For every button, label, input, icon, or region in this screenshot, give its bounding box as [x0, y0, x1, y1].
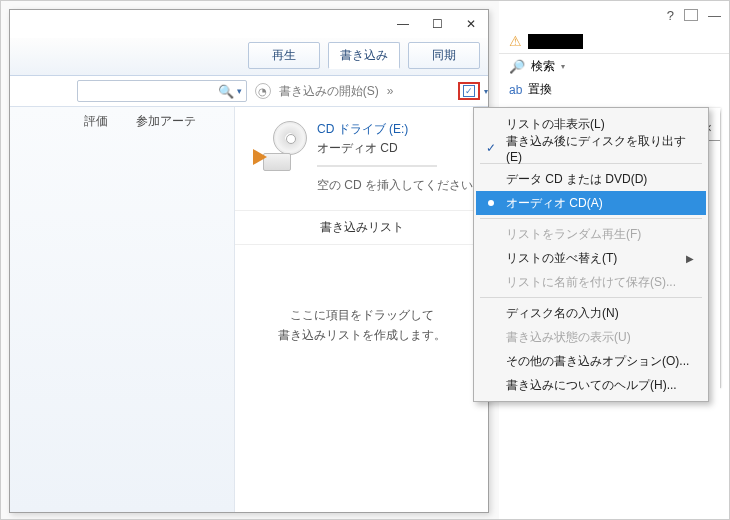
wmp-left-pane: 評価 参加アーテ	[10, 107, 235, 512]
replace-icon: ab	[509, 83, 522, 97]
bg-replace-row[interactable]: ab 置換	[499, 79, 729, 100]
drive-name[interactable]: CD ドライブ (E:)	[317, 121, 473, 138]
minimize-button[interactable]: —	[386, 13, 420, 35]
warning-icon: ⚠	[509, 33, 522, 49]
capacity-bar	[317, 165, 437, 167]
drop-hint: ここに項目をドラッグして 書き込みリストを作成します。	[235, 305, 488, 346]
drive-type: オーディオ CD	[317, 140, 473, 157]
menu-item-label: ディスク名の入力(N)	[506, 305, 619, 322]
options-checkbox-icon: ✓	[463, 85, 475, 97]
bg-window-box[interactable]	[684, 9, 698, 21]
menu-shuffle: リストをランダム再生(F)	[476, 222, 706, 246]
tab-play[interactable]: 再生	[248, 42, 320, 69]
drive-block: CD ドライブ (E:) オーディオ CD 空の CD を挿入してください	[235, 107, 488, 204]
list-columns: 評価 参加アーテ	[10, 107, 234, 136]
tab-sync[interactable]: 同期	[408, 42, 480, 69]
menu-disc-name[interactable]: ディスク名の入力(N)	[476, 301, 706, 325]
menu-data-cd[interactable]: データ CD または DVD(D)	[476, 167, 706, 191]
start-burn-label[interactable]: 書き込みの開始(S)	[279, 83, 379, 100]
bg-replace-label: 置換	[528, 81, 552, 98]
menu-sort[interactable]: リストの並べ替え(T) ▶	[476, 246, 706, 270]
menu-separator	[480, 297, 702, 298]
bg-alert-row: ⚠	[499, 29, 729, 53]
bg-minimize[interactable]: —	[708, 8, 721, 23]
menu-burn-status: 書き込み状態の表示(U)	[476, 325, 706, 349]
menu-save-as: リストに名前を付けて保存(S)...	[476, 270, 706, 294]
binoculars-icon: 🔎	[509, 59, 525, 74]
bg-titlebar: ? —	[499, 1, 729, 29]
menu-item-label: リストをランダム再生(F)	[506, 226, 641, 243]
menu-other-options[interactable]: その他の書き込みオプション(O)...	[476, 349, 706, 373]
menu-item-label: その他の書き込みオプション(O)...	[506, 353, 689, 370]
tab-burn[interactable]: 書き込み	[328, 42, 400, 69]
menu-item-label: オーディオ CD(A)	[506, 195, 603, 212]
search-dropdown-icon[interactable]: ▾	[234, 86, 242, 96]
drop-hint-line2: 書き込みリストを作成します。	[235, 325, 488, 345]
menu-help[interactable]: 書き込みについてのヘルプ(H)...	[476, 373, 706, 397]
col-artist[interactable]: 参加アーテ	[136, 113, 196, 130]
wmp-right-pane: CD ドライブ (E:) オーディオ CD 空の CD を挿入してください 書き…	[235, 107, 488, 512]
dropdown-caret-icon: ▾	[561, 62, 565, 71]
menu-item-label: 書き込みについてのヘルプ(H)...	[506, 377, 677, 394]
redacted-block	[528, 34, 583, 49]
insert-cd-hint: 空の CD を挿入してください	[317, 177, 473, 194]
media-player-window: — ☐ ✕ 再生 書き込み 同期 🔍 ▾ ◔ 書き込みの開始(S) » ✓ ▾ …	[9, 9, 489, 513]
maximize-button[interactable]: ☐	[420, 13, 454, 35]
search-icon: 🔍	[218, 84, 234, 99]
wmp-body: 評価 参加アーテ CD ドライブ (E:) オーディオ CD 空の CD を挿入…	[10, 107, 488, 512]
menu-item-label: リストの並べ替え(T)	[506, 250, 617, 267]
burn-list-title: 書き込みリスト	[235, 210, 488, 245]
cd-drive-icon	[253, 121, 307, 171]
menu-item-label: 書き込み後にディスクを取り出す(E)	[506, 133, 694, 164]
burn-options-menu: リストの非表示(L) ✓ 書き込み後にディスクを取り出す(E) データ CD ま…	[473, 107, 709, 402]
submenu-arrow-icon: ▶	[686, 253, 694, 264]
menu-item-label: リストに名前を付けて保存(S)...	[506, 274, 676, 291]
bg-search-label: 検索	[531, 58, 555, 75]
col-rating[interactable]: 評価	[84, 113, 108, 130]
drive-text-group: CD ドライブ (E:) オーディオ CD 空の CD を挿入してください	[317, 121, 473, 194]
menu-item-label: データ CD または DVD(D)	[506, 171, 647, 188]
wmp-toolbar: 🔍 ▾ ◔ 書き込みの開始(S) » ✓ ▾	[10, 76, 488, 107]
menu-separator	[480, 218, 702, 219]
options-dropdown-icon: ▾	[484, 87, 488, 96]
wmp-titlebar: — ☐ ✕	[10, 10, 488, 38]
start-burn-icon[interactable]: ◔	[255, 83, 271, 99]
burn-options-button[interactable]: ✓ ▾	[458, 82, 480, 100]
bg-search-row[interactable]: 🔎 検索 ▾	[499, 53, 729, 79]
menu-item-label: リストの非表示(L)	[506, 116, 605, 133]
menu-audio-cd[interactable]: オーディオ CD(A)	[476, 191, 706, 215]
help-icon[interactable]: ?	[667, 8, 674, 23]
radio-icon	[488, 200, 494, 206]
wmp-tab-row: 再生 書き込み 同期	[10, 38, 488, 76]
menu-item-label: 書き込み状態の表示(U)	[506, 329, 631, 346]
check-icon: ✓	[486, 141, 496, 155]
toolbar-overflow[interactable]: »	[387, 84, 392, 98]
menu-eject-after[interactable]: ✓ 書き込み後にディスクを取り出す(E)	[476, 136, 706, 160]
close-button[interactable]: ✕	[454, 13, 488, 35]
search-input[interactable]: 🔍 ▾	[77, 80, 247, 102]
drop-hint-line1: ここに項目をドラッグして	[235, 305, 488, 325]
